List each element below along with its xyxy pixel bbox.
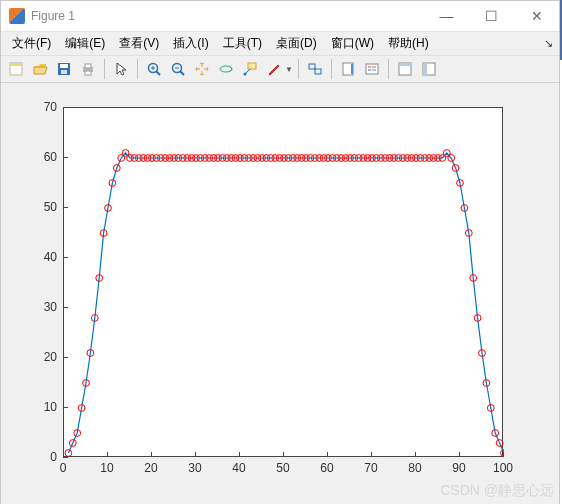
x-tick-label: 90 bbox=[452, 461, 465, 475]
y-tick-label: 20 bbox=[27, 350, 57, 364]
x-tick-label: 50 bbox=[276, 461, 289, 475]
pan-icon[interactable] bbox=[191, 58, 213, 80]
toolbar: ▼ bbox=[1, 55, 559, 83]
zoom-in-icon[interactable] bbox=[143, 58, 165, 80]
open-icon[interactable] bbox=[29, 58, 51, 80]
svg-rect-1 bbox=[10, 63, 22, 66]
toolbar-overflow-icon[interactable]: ↘ bbox=[544, 37, 553, 50]
y-tick-label: 70 bbox=[27, 100, 57, 114]
svg-rect-4 bbox=[61, 70, 67, 74]
menubar: 文件(F) 编辑(E) 查看(V) 插入(I) 工具(T) 桌面(D) 窗口(W… bbox=[1, 31, 559, 55]
rotate3d-icon[interactable] bbox=[215, 58, 237, 80]
menu-insert[interactable]: 插入(I) bbox=[166, 33, 215, 54]
y-tick-label: 30 bbox=[27, 300, 57, 314]
data-cursor-icon[interactable] bbox=[239, 58, 261, 80]
y-tick-label: 40 bbox=[27, 250, 57, 264]
titlebar[interactable]: Figure 1 — ☐ ✕ bbox=[1, 1, 559, 31]
svg-rect-3 bbox=[60, 64, 68, 68]
axes[interactable] bbox=[63, 107, 503, 457]
menu-view[interactable]: 查看(V) bbox=[112, 33, 166, 54]
svg-line-21 bbox=[314, 68, 316, 70]
y-tick-label: 0 bbox=[27, 450, 57, 464]
menu-help[interactable]: 帮助(H) bbox=[381, 33, 436, 54]
svg-rect-24 bbox=[366, 64, 378, 74]
x-tick-label: 70 bbox=[364, 461, 377, 475]
x-tick-label: 0 bbox=[60, 461, 67, 475]
menu-file[interactable]: 文件(F) bbox=[5, 33, 58, 54]
pointer-icon[interactable] bbox=[110, 58, 132, 80]
close-button[interactable]: ✕ bbox=[514, 1, 559, 31]
svg-rect-30 bbox=[399, 63, 411, 66]
matlab-icon bbox=[9, 8, 25, 24]
brush-icon[interactable] bbox=[263, 58, 285, 80]
svg-rect-6 bbox=[85, 64, 91, 68]
figure-window: Figure 1 — ☐ ✕ 文件(F) 编辑(E) 查看(V) 插入(I) 工… bbox=[0, 0, 560, 504]
menu-edit[interactable]: 编辑(E) bbox=[58, 33, 112, 54]
y-tick-label: 10 bbox=[27, 400, 57, 414]
svg-rect-7 bbox=[85, 71, 91, 75]
svg-rect-32 bbox=[423, 63, 427, 75]
x-tick-label: 20 bbox=[144, 461, 157, 475]
maximize-button[interactable]: ☐ bbox=[469, 1, 514, 31]
x-tick-label: 100 bbox=[493, 461, 513, 475]
link-icon[interactable] bbox=[304, 58, 326, 80]
window-title: Figure 1 bbox=[31, 9, 75, 23]
x-tick-label: 80 bbox=[408, 461, 421, 475]
svg-rect-23 bbox=[351, 64, 353, 74]
x-tick-label: 60 bbox=[320, 461, 333, 475]
new-figure-icon[interactable] bbox=[5, 58, 27, 80]
layout2-icon[interactable] bbox=[418, 58, 440, 80]
print-icon[interactable] bbox=[77, 58, 99, 80]
x-tick-label: 10 bbox=[100, 461, 113, 475]
svg-point-18 bbox=[244, 73, 247, 76]
legend-icon[interactable] bbox=[361, 58, 383, 80]
svg-rect-16 bbox=[248, 63, 256, 69]
dropdown-icon[interactable]: ▼ bbox=[285, 65, 293, 74]
line-plot bbox=[64, 108, 504, 458]
minimize-button[interactable]: — bbox=[424, 1, 469, 31]
menu-window[interactable]: 窗口(W) bbox=[324, 33, 381, 54]
layout1-icon[interactable] bbox=[394, 58, 416, 80]
svg-line-9 bbox=[156, 71, 160, 75]
svg-line-13 bbox=[180, 71, 184, 75]
y-tick-label: 60 bbox=[27, 150, 57, 164]
plot-area: 0102030405060700102030405060708090100 bbox=[1, 83, 559, 504]
menu-tools[interactable]: 工具(T) bbox=[216, 33, 269, 54]
x-tick-label: 40 bbox=[232, 461, 245, 475]
x-tick-label: 30 bbox=[188, 461, 201, 475]
zoom-out-icon[interactable] bbox=[167, 58, 189, 80]
y-tick-label: 50 bbox=[27, 200, 57, 214]
save-icon[interactable] bbox=[53, 58, 75, 80]
colorbar-icon[interactable] bbox=[337, 58, 359, 80]
menu-desktop[interactable]: 桌面(D) bbox=[269, 33, 324, 54]
